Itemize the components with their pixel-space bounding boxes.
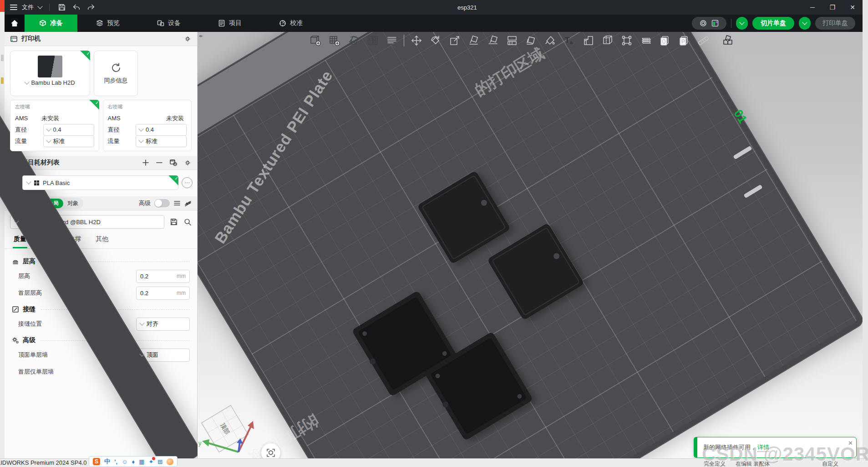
- advanced-gears-icon: [12, 337, 19, 344]
- file-menu-chevron-icon[interactable]: [37, 4, 42, 9]
- printer-icon: [10, 35, 18, 43]
- tab-calibration[interactable]: 校准: [260, 15, 321, 32]
- color-paint-icon[interactable]: [543, 33, 557, 47]
- sw-status-custom: 自定义: [822, 460, 838, 467]
- zero-doc-icon[interactable]: [658, 33, 672, 47]
- add-filament-icon[interactable]: [142, 159, 149, 166]
- text-tool-icon[interactable]: Ta: [562, 33, 576, 47]
- redo-icon[interactable]: [86, 2, 96, 12]
- window-title: esp321: [457, 0, 477, 15]
- print-plate-button[interactable]: 打印单盘: [815, 17, 855, 30]
- right-flow-dropdown[interactable]: 标准: [136, 135, 187, 147]
- layer-height-input[interactable]: 0.2mm: [136, 270, 190, 283]
- sync-info-button[interactable]: 同步信息: [94, 51, 138, 96]
- slice-dropdown-button[interactable]: [736, 17, 748, 30]
- undo-icon[interactable]: [71, 2, 81, 12]
- ime-mascot-icon[interactable]: [167, 458, 173, 465]
- ime-mic-icon[interactable]: ♦: [132, 458, 135, 465]
- ime-toolbar[interactable]: S 中 ’, ☺ ♦ ▦ ✦ ⊞: [89, 456, 178, 467]
- split-window-icon[interactable]: [365, 33, 380, 47]
- filament-dropdown[interactable]: PLA Basic: [22, 175, 178, 190]
- toast-close-icon[interactable]: ✕: [848, 440, 853, 446]
- titlebar: 文件 esp321 ─ ❐ ✕: [5, 0, 863, 15]
- search-settings-icon[interactable]: [183, 218, 192, 226]
- layer-stack-icon[interactable]: [639, 33, 653, 47]
- cut-tool-icon[interactable]: [600, 33, 614, 47]
- sw-status-editing: 在编辑 装配体: [736, 460, 770, 467]
- printer-dropdown-chevron-icon[interactable]: [25, 79, 30, 84]
- ime-lang-icon[interactable]: 中: [104, 457, 110, 466]
- print-dropdown-button[interactable]: [799, 17, 811, 30]
- sync-icon: [110, 62, 122, 74]
- variable-list-icon[interactable]: [385, 33, 399, 47]
- measure-ruler-icon[interactable]: [696, 33, 710, 47]
- shape-tool-icon[interactable]: [581, 33, 595, 47]
- tab-device[interactable]: 设备: [138, 15, 199, 32]
- record-pill[interactable]: [692, 17, 726, 30]
- home-button[interactable]: [5, 15, 25, 32]
- bambu-studio-window: 文件 esp321 ─ ❐ ✕: [5, 0, 863, 459]
- axis-y-label: y: [198, 440, 202, 446]
- axes-gizmo: [198, 419, 261, 459]
- tab-preview[interactable]: 预览: [77, 15, 138, 32]
- filament-settings-gear-icon[interactable]: [184, 159, 192, 167]
- solidworks-title: LIDWORKS Premium 2024 SP4.0: [0, 459, 87, 466]
- ime-emoji-icon[interactable]: ☺: [122, 458, 127, 465]
- support-paint-icon[interactable]: [619, 33, 634, 47]
- sogou-logo-icon[interactable]: S: [93, 458, 100, 465]
- rotate-tool-icon[interactable]: [428, 33, 442, 47]
- minimize-button[interactable]: ─: [802, 0, 822, 15]
- p-doc-icon[interactable]: [677, 33, 691, 47]
- seam-position-dropdown[interactable]: 对齐: [136, 318, 190, 331]
- tab-prepare[interactable]: 准备: [25, 15, 77, 32]
- filament-swatch-icon: [34, 180, 40, 186]
- ime-keyboard-icon[interactable]: ▦: [139, 458, 144, 465]
- filament-more-button[interactable]: ⋯: [182, 177, 193, 188]
- ime-grid-icon[interactable]: ⊞: [157, 458, 162, 465]
- scope-objects[interactable]: 对象: [63, 199, 82, 208]
- selected-check-icon: [80, 51, 90, 61]
- save-icon[interactable]: [57, 2, 67, 12]
- split-to-parts-icon[interactable]: [505, 33, 519, 47]
- printer-section-header: 打印机: [5, 32, 197, 46]
- split-to-objects-icon[interactable]: [486, 33, 500, 47]
- right-diameter-dropdown[interactable]: 0.4: [136, 124, 187, 136]
- customize-options-icon[interactable]: [184, 200, 192, 207]
- file-menu[interactable]: 文件: [22, 3, 34, 11]
- seam-paint-icon[interactable]: [524, 33, 538, 47]
- ams-mapping-icon[interactable]: [169, 159, 178, 167]
- left-flow-dropdown[interactable]: 标准: [43, 135, 94, 147]
- advanced-toggle[interactable]: [154, 199, 170, 207]
- printer-image: [38, 56, 62, 77]
- lay-on-face-icon[interactable]: [467, 33, 481, 47]
- remove-filament-icon[interactable]: [156, 159, 163, 166]
- tab-others[interactable]: 其他: [95, 232, 109, 248]
- option-list-icon[interactable]: [173, 200, 181, 207]
- add-plate-icon[interactable]: [327, 33, 341, 47]
- background-taskbar: LIDWORKS Premium 2024 SP4.0 S 中 ’, ☺ ♦ ▦…: [0, 458, 868, 467]
- save-preset-icon[interactable]: [170, 218, 178, 226]
- maximize-button[interactable]: ❐: [822, 0, 843, 15]
- close-button[interactable]: ✕: [843, 0, 863, 15]
- auto-arrange-icon[interactable]: AUTO: [346, 33, 360, 47]
- viewport-3d[interactable]: ◂▸ Bambu Textured PEI Plate 的打印区域 的打印区域 …: [198, 32, 863, 459]
- add-object-icon[interactable]: [308, 33, 322, 47]
- move-tool-icon[interactable]: [409, 33, 423, 47]
- tab-project[interactable]: 项目: [199, 15, 260, 32]
- zoom-to-fit-button[interactable]: [261, 443, 280, 459]
- left-diameter-dropdown[interactable]: 0.4: [43, 124, 94, 136]
- panel-collapse-handle[interactable]: ◂▸: [198, 33, 203, 39]
- hamburger-menu-icon[interactable]: [10, 5, 17, 10]
- filament-section-header: 项目耗材列表: [5, 156, 197, 170]
- printer-settings-gear-icon[interactable]: [184, 35, 192, 43]
- slice-plate-button[interactable]: 切片单盘: [752, 17, 794, 30]
- scale-tool-icon[interactable]: [447, 33, 462, 47]
- assembly-puzzle-icon[interactable]: [721, 33, 735, 47]
- first-layer-height-input[interactable]: 0.2mm: [136, 287, 190, 300]
- screen: LIDWORKS Premium 2024 SP4.0 S 中 ’, ☺ ♦ ▦…: [0, 0, 868, 467]
- layer-height-icon: [12, 258, 19, 265]
- toast-details-link[interactable]: 详情: [757, 443, 769, 452]
- ime-tool-icon[interactable]: ✦: [148, 458, 153, 465]
- printer-card[interactable]: Bambu Lab H2D: [10, 51, 90, 96]
- ime-punct-icon[interactable]: ’,: [114, 458, 117, 465]
